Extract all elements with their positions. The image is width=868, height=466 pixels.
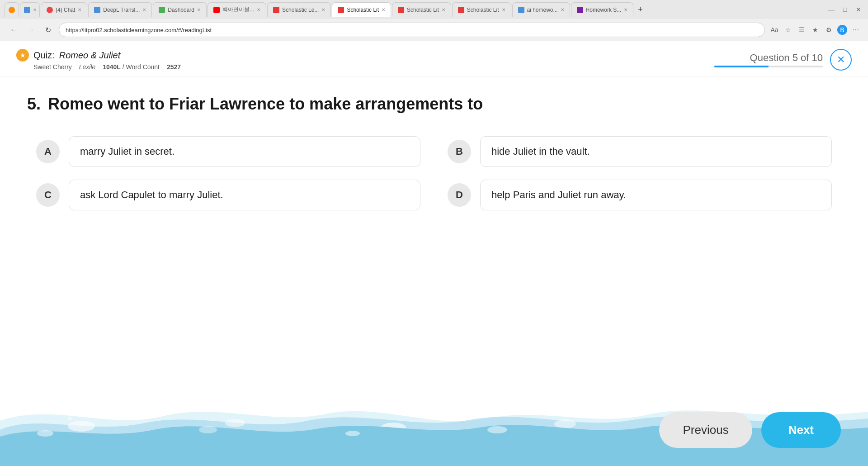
answer-text-b: hide Juliet in the vault. bbox=[480, 136, 832, 167]
minimize-button[interactable]: — bbox=[826, 5, 836, 14]
tab-item-youtube[interactable]: 백아연이블... ✕ bbox=[208, 2, 266, 17]
quiz-author: Sweet Cherry bbox=[33, 63, 72, 71]
tab-close-icon[interactable]: ✕ bbox=[33, 7, 37, 12]
maximize-button[interactable]: □ bbox=[840, 5, 850, 14]
tab-label: Scholastic Lit bbox=[407, 7, 439, 13]
bookmark-icon[interactable]: ☆ bbox=[783, 25, 793, 35]
quiz-close-button[interactable]: ✕ bbox=[830, 49, 852, 71]
answers-grid: A marry Juliet in secret. B hide Juliet … bbox=[27, 136, 841, 210]
quiz-prefix: Quiz: bbox=[33, 50, 55, 61]
tab-avatar[interactable] bbox=[5, 2, 19, 17]
quiz-header: ★ Quiz: Romeo & Juliet Sweet Cherry Lexi… bbox=[0, 41, 868, 76]
quiz-book-title: Romeo & Juliet bbox=[59, 50, 121, 61]
tab-close-icon[interactable]: ✕ bbox=[561, 7, 564, 12]
tab-label: 백아연이블... bbox=[222, 6, 254, 14]
question-counter-block: Question 5 of 10 ✕ bbox=[714, 49, 852, 71]
question-counter-text: Question 5 of 10 bbox=[714, 52, 823, 64]
svg-point-3 bbox=[554, 419, 576, 428]
answer-text-c: ask Lord Capulet to marry Juliet. bbox=[69, 180, 420, 210]
window-close-button[interactable]: ✕ bbox=[854, 5, 863, 14]
address-bar-row: ← → ↻ https://litpro02.scholasticlearnin… bbox=[0, 19, 868, 41]
tab-close-icon[interactable]: ✕ bbox=[142, 7, 146, 12]
tab-close-icon[interactable]: ✕ bbox=[442, 7, 445, 12]
tab-item-homework[interactable]: Homework S... ✕ bbox=[571, 2, 634, 17]
answer-letter-d: D bbox=[448, 183, 471, 207]
answer-option-b[interactable]: B hide Juliet in the vault. bbox=[448, 136, 832, 167]
question-body: 5.Romeo went to Friar Lawrence to make a… bbox=[0, 76, 868, 219]
tab-item-dashboard[interactable]: Dashboard ✕ bbox=[153, 2, 207, 17]
tab-item-scholastic4[interactable]: Scholastic Lit ✕ bbox=[452, 2, 511, 17]
question-text: 5.Romeo went to Friar Lawrence to make a… bbox=[27, 95, 841, 114]
navigation-buttons: Previous Next bbox=[659, 412, 841, 448]
answer-text-d: help Paris and Juliet run away. bbox=[480, 180, 832, 210]
close-icon: ✕ bbox=[837, 54, 845, 66]
more-options-icon[interactable]: ⋯ bbox=[851, 25, 861, 35]
next-button[interactable]: Next bbox=[761, 412, 841, 448]
tab-label: ai homewo... bbox=[527, 7, 558, 13]
tab-item-scholastic3[interactable]: Scholastic Lit ✕ bbox=[392, 2, 451, 17]
svg-point-6 bbox=[199, 426, 217, 433]
svg-point-1 bbox=[225, 419, 245, 427]
quiz-wordcount-value: 2527 bbox=[167, 63, 181, 71]
forward-button[interactable]: → bbox=[24, 24, 37, 36]
question-progress-fill bbox=[714, 66, 769, 67]
quiz-title: ★ Quiz: Romeo & Juliet bbox=[16, 49, 181, 62]
tab-close-icon[interactable]: ✕ bbox=[624, 7, 627, 12]
question-number: 5. bbox=[27, 95, 41, 113]
tab-label: (4) Chat bbox=[56, 7, 75, 13]
svg-point-7 bbox=[345, 431, 360, 436]
tab-label: Dashboard bbox=[168, 7, 194, 13]
answer-letter-b: B bbox=[448, 140, 471, 163]
reading-view-icon[interactable]: ☰ bbox=[797, 25, 807, 35]
new-tab-button[interactable]: + bbox=[634, 5, 646, 14]
reload-button[interactable]: ↻ bbox=[42, 24, 54, 36]
extensions-icon[interactable]: ⚙ bbox=[824, 25, 834, 35]
answer-option-a[interactable]: A marry Juliet in secret. bbox=[36, 136, 420, 167]
back-button[interactable]: ← bbox=[7, 24, 20, 36]
tab-label: Scholastic Lit bbox=[347, 7, 379, 13]
tab-close-icon[interactable]: ✕ bbox=[78, 7, 81, 12]
svg-point-11 bbox=[68, 417, 72, 420]
tab-close-icon[interactable]: ✕ bbox=[502, 7, 505, 12]
quiz-wordcount-label: / Word Count bbox=[123, 63, 160, 71]
tab-item-chat-icon[interactable]: ✕ bbox=[20, 2, 40, 17]
answer-option-d[interactable]: D help Paris and Juliet run away. bbox=[448, 180, 832, 210]
tab-label: DeepL Transl... bbox=[103, 7, 140, 13]
svg-point-13 bbox=[460, 418, 463, 422]
question-counter: Question 5 of 10 bbox=[714, 52, 823, 67]
favorites-icon[interactable]: ★ bbox=[810, 25, 820, 35]
previous-button[interactable]: Previous bbox=[659, 412, 752, 448]
tab-close-icon[interactable]: ✕ bbox=[257, 7, 260, 12]
tab-item-deepl[interactable]: DeepL Transl... ✕ bbox=[88, 2, 152, 17]
quiz-title-block: ★ Quiz: Romeo & Juliet Sweet Cherry Lexi… bbox=[16, 49, 181, 71]
svg-point-14 bbox=[462, 416, 464, 418]
question-content: Romeo went to Friar Lawrence to make arr… bbox=[48, 95, 483, 113]
address-bar[interactable]: https://litpro02.scholasticlearningzone.… bbox=[59, 23, 765, 37]
read-aloud-icon[interactable]: Aa bbox=[769, 25, 779, 35]
browser-chrome: ✕ (4) Chat ✕ DeepL Transl... ✕ Dashboard… bbox=[0, 0, 868, 41]
svg-point-2 bbox=[381, 423, 406, 433]
quiz-lexile-label: Lexile bbox=[79, 63, 96, 71]
svg-point-12 bbox=[71, 414, 74, 417]
tab-label: Homework S... bbox=[586, 7, 622, 13]
svg-point-0 bbox=[68, 421, 95, 432]
answer-letter-a: A bbox=[36, 140, 60, 163]
answer-option-c[interactable]: C ask Lord Capulet to marry Juliet. bbox=[36, 180, 420, 210]
quiz-lexile-value: 1040L bbox=[103, 63, 121, 71]
answer-letter-c: C bbox=[36, 183, 60, 207]
question-progress-bar bbox=[714, 66, 823, 67]
page-content: ★ Quiz: Romeo & Juliet Sweet Cherry Lexi… bbox=[0, 41, 868, 466]
tab-close-icon[interactable]: ✕ bbox=[197, 7, 201, 12]
tab-close-icon[interactable]: ✕ bbox=[321, 7, 325, 12]
url-text: https://litpro02.scholasticlearningzone.… bbox=[66, 27, 212, 33]
tab-item-chat[interactable]: (4) Chat ✕ bbox=[41, 2, 87, 17]
tab-bar: ✕ (4) Chat ✕ DeepL Transl... ✕ Dashboard… bbox=[0, 0, 868, 19]
tab-item-scholastic1[interactable]: Scholastic Le... ✕ bbox=[267, 2, 331, 17]
tab-item-ai[interactable]: ai homewo... ✕ bbox=[512, 2, 570, 17]
tab-label: Scholastic Lit bbox=[467, 7, 499, 13]
tab-item-scholastic2[interactable]: Scholastic Lit ✕ bbox=[332, 2, 391, 17]
browser-toolbar: Aa ☆ ☰ ★ ⚙ B ⋯ bbox=[769, 25, 861, 35]
quiz-meta: Sweet Cherry Lexile 1040L / Word Count 2… bbox=[33, 63, 181, 71]
browser-profile[interactable]: B bbox=[837, 25, 847, 35]
tab-close-icon[interactable]: ✕ bbox=[382, 7, 385, 12]
